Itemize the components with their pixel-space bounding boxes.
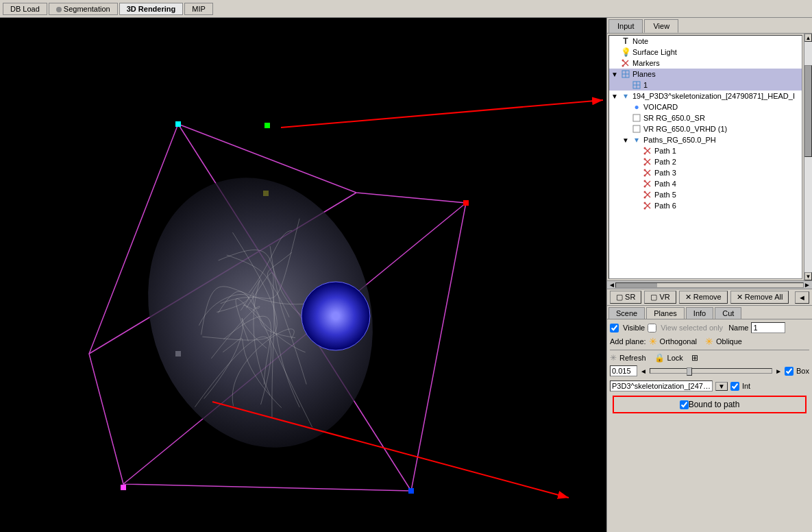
tree-item-patient[interactable]: ▼▾194_P3D3^skeletonization_[24790871]_HE… <box>609 90 802 101</box>
hscroll-left-btn[interactable]: ◄ <box>608 281 615 289</box>
tree-expander-patient[interactable]: ▼ <box>611 93 619 100</box>
lock-label[interactable]: Lock <box>667 354 683 362</box>
tree-expander-paths-rg[interactable]: ▼ <box>622 136 630 144</box>
vr-button[interactable]: ▢ VR <box>644 291 676 304</box>
tree-vscrollbar[interactable]: ▲ ▼ <box>804 34 812 280</box>
props-panel: Visible View selected only Name Add plan… <box>607 319 812 419</box>
path-dropdown[interactable]: P3D3^skeletonization_[24790... <box>610 380 713 391</box>
slider-right-arrow[interactable]: ► <box>775 367 782 375</box>
sr-button[interactable]: ▢ SR <box>610 291 641 304</box>
bottom-tabs: Scene Planes Info Cut <box>607 305 812 319</box>
view-selected-only-checkbox[interactable] <box>648 324 656 332</box>
svg-point-35 <box>644 180 646 182</box>
tree-label-path1: Path 1 <box>654 147 676 155</box>
svg-point-25 <box>644 158 646 160</box>
svg-line-44 <box>648 203 650 206</box>
3d-rendering-button[interactable]: 3D Rendering <box>119 3 184 15</box>
tree-item-path6[interactable]: Path 6 <box>609 200 802 211</box>
svg-point-21 <box>644 153 646 155</box>
slider-track[interactable] <box>650 368 772 374</box>
box-checkbox[interactable] <box>785 367 793 376</box>
tree-expander-planes[interactable]: ▼ <box>611 71 619 78</box>
tree-item-plane-1[interactable]: 1 <box>609 80 802 90</box>
panel-tabs: Input View <box>607 18 812 34</box>
tree-item-markers[interactable]: Markers <box>609 58 802 69</box>
visible-label: Visible <box>623 324 645 332</box>
tree-icon-sr-rg <box>631 113 642 123</box>
bound-to-path-checkbox[interactable] <box>680 400 689 409</box>
slider-left-arrow[interactable]: ◄ <box>640 367 647 375</box>
lock-icon: 🔒 <box>654 353 665 363</box>
oblique-label[interactable]: Oblique <box>716 337 742 346</box>
path-dropdown-arrow[interactable]: ▼ <box>715 382 728 391</box>
hscroll-track[interactable] <box>615 282 804 288</box>
tree-item-path5[interactable]: Path 5 <box>609 189 802 200</box>
remove-button[interactable]: ✕ Remove <box>679 291 728 304</box>
tree-icon-note: T <box>620 36 631 46</box>
svg-rect-15 <box>633 114 640 121</box>
svg-point-36 <box>644 186 646 188</box>
tree-item-path3[interactable]: Path 3 <box>609 167 802 178</box>
tree-item-vr-rg[interactable]: VR RG_650.0_VRHD (1) <box>609 123 802 134</box>
svg-point-31 <box>644 175 646 177</box>
vscroll-up-btn[interactable]: ▲ <box>804 34 812 42</box>
tree-item-surface-light[interactable]: 💡Surface Light <box>609 47 802 58</box>
tree-item-voicard[interactable]: ●VOICARD <box>609 101 802 112</box>
slider-thumb[interactable] <box>687 367 692 376</box>
svg-point-40 <box>644 191 646 193</box>
tab-input[interactable]: Input <box>608 19 643 33</box>
vscroll-thumb[interactable] <box>804 65 812 157</box>
mip-button[interactable]: MIP <box>184 3 213 15</box>
int-checkbox[interactable] <box>730 382 739 391</box>
tree-item-planes[interactable]: ▼Planes <box>609 69 802 80</box>
vscroll-down-btn[interactable]: ▼ <box>804 272 812 280</box>
tree-icon-plane-1 <box>631 80 642 90</box>
tree-label-plane-1: 1 <box>643 81 648 89</box>
remove-all-button[interactable]: ✕ Remove All <box>730 291 789 304</box>
right-panel: Input View TNote💡Surface LightMarkers▼Pl… <box>606 18 812 532</box>
tab-scene[interactable]: Scene <box>608 307 645 319</box>
tree-label-path6: Path 6 <box>654 202 676 210</box>
tree-hscroll[interactable]: ◄ ► <box>607 280 812 289</box>
hscroll-right-btn[interactable]: ► <box>804 281 811 289</box>
tree-item-path4[interactable]: Path 4 <box>609 178 802 189</box>
vscroll-track[interactable] <box>804 42 812 272</box>
bound-to-path-area: Bound to path <box>613 396 807 413</box>
name-input[interactable] <box>751 322 785 333</box>
svg-rect-16 <box>633 125 640 132</box>
svg-point-26 <box>644 164 646 166</box>
tree-icon-path3 <box>642 168 653 178</box>
tree-icon-path2 <box>642 157 653 167</box>
viewport[interactable] <box>0 18 606 532</box>
tree-label-vr-rg: VR RG_650.0_VRHD (1) <box>643 125 727 133</box>
orthogonal-label[interactable]: Orthogonal <box>660 337 697 346</box>
expand-icon: ⊞ <box>691 353 698 363</box>
tab-view[interactable]: View <box>644 19 678 33</box>
svg-point-30 <box>644 169 646 171</box>
refresh-label[interactable]: Refresh <box>619 354 646 362</box>
svg-point-20 <box>644 147 646 149</box>
visible-checkbox[interactable] <box>610 324 619 332</box>
tree-item-note[interactable]: TNote <box>609 36 802 47</box>
tree-label-note: Note <box>632 37 648 45</box>
tree-item-path1[interactable]: Path 1 <box>609 145 802 156</box>
svg-point-41 <box>644 197 646 199</box>
tab-info[interactable]: Info <box>686 307 713 319</box>
tree-item-sr-rg[interactable]: SR RG_650.0_SR <box>609 112 802 123</box>
tree-icon-markers <box>620 58 631 68</box>
collapse-panel-button[interactable]: ◄ <box>795 291 809 304</box>
segmentation-button[interactable]: Segmentation <box>49 3 118 15</box>
tree-icon-paths-rg: ▾ <box>631 135 642 145</box>
action-buttons: ▢ SR ▢ VR ✕ Remove ✕ Remove All ◄ <box>607 289 812 305</box>
tab-planes[interactable]: Planes <box>646 307 685 319</box>
tree-item-path2[interactable]: Path 2 <box>609 156 802 167</box>
mri-canvas <box>0 18 606 532</box>
db-load-button[interactable]: DB Load <box>3 3 47 15</box>
tab-cut[interactable]: Cut <box>715 307 741 319</box>
hscroll-thumb[interactable] <box>616 283 657 287</box>
box-label: Box <box>796 367 809 375</box>
refresh-row: ✳ Refresh 🔒 Lock ⊞ <box>610 353 809 363</box>
view-selected-only-label: View selected only <box>661 324 723 332</box>
slider-value-input[interactable] <box>610 365 637 376</box>
tree-item-paths-rg[interactable]: ▼▾Paths_RG_650.0_PH <box>609 134 802 145</box>
